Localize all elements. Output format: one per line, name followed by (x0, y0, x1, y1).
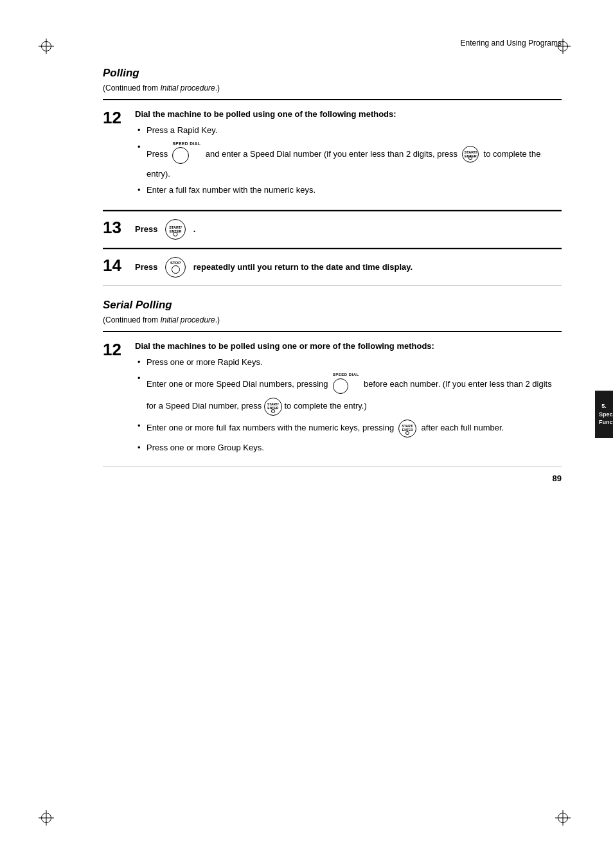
page-header: Entering and Using Programs (103, 39, 562, 48)
speed-dial-key: SPEED DIAL (172, 141, 200, 168)
bullet-fax-number: Enter a full fax number with the numeric… (135, 184, 562, 197)
serial-bullet-speed-dial: Enter one or more Speed Dial numbers, pr… (135, 372, 562, 416)
serial-step-12-content: Dial the machines to be polled using one… (135, 341, 562, 458)
side-tab: 5. Special Functions (595, 391, 613, 438)
step-13-heading: Press START/ENTER . (135, 219, 562, 240)
polling-step-14: 14 Press STOP repeatedly until you retur… (103, 248, 562, 286)
reg-mark-bottom-right (555, 810, 574, 829)
polling-continued: (Continued from Initial procedure.) (103, 84, 562, 93)
start-enter-key-1: START/ENTER (462, 146, 479, 163)
step-number-12a: 12 (103, 109, 126, 126)
serial-polling-continued: (Continued from Initial procedure.) (103, 315, 562, 324)
serial-step-12-heading: Dial the machines to be polled using one… (135, 341, 562, 351)
serial-polling-step-12: 12 Dial the machines to be polled using … (103, 331, 562, 468)
serial-step-12-bullets: Press one or more Rapid Keys. Enter one … (135, 356, 562, 454)
step-14-content: Press STOP repeatedly until you return t… (135, 257, 562, 278)
step-12-content: Dial the machine to be polled using one … (135, 109, 562, 200)
bullet-speed-dial: Press SPEED DIAL and enter a Speed Dial … (135, 141, 562, 181)
serial-bullet-group: Press one or more Group Keys. (135, 441, 562, 454)
reg-mark-bottom-left (39, 810, 58, 829)
start-enter-key-2: START/ENTER (165, 219, 186, 240)
page-number: 89 (103, 474, 562, 483)
serial-bullet-rapid: Press one or more Rapid Keys. (135, 356, 562, 369)
step-number-12b: 12 (103, 341, 126, 358)
serial-polling-section: Serial Polling (Continued from Initial p… (103, 299, 562, 468)
serial-polling-title: Serial Polling (103, 299, 562, 312)
step-number-13: 13 (103, 219, 126, 236)
serial-bullet-fax: Enter one or more full fax numbers with … (135, 420, 562, 438)
reg-mark-top-left (39, 39, 58, 58)
polling-step-12: 12 Dial the machine to be polled using o… (103, 99, 562, 210)
page: 5. Special Functions Entering and Using … (0, 0, 613, 868)
speed-dial-key-2: SPEED DIAL (333, 372, 359, 398)
step-14-heading: Press STOP repeatedly until you return t… (135, 257, 562, 278)
polling-step-13: 13 Press START/ENTER . (103, 210, 562, 248)
stop-key: STOP (165, 257, 186, 278)
step-12-bullets: Press a Rapid Key. Press SPEED DIAL and … (135, 124, 562, 197)
step-12-heading: Dial the machine to be polled using one … (135, 109, 562, 119)
step-number-14: 14 (103, 257, 126, 274)
polling-section: Polling (Continued from Initial procedur… (103, 67, 562, 286)
start-enter-key-3: START/ENTER (264, 398, 282, 416)
polling-title: Polling (103, 67, 562, 80)
step-13-content: Press START/ENTER . (135, 219, 562, 240)
start-enter-key-4: START/ENTER (398, 420, 416, 438)
bullet-rapid-key: Press a Rapid Key. (135, 124, 562, 137)
